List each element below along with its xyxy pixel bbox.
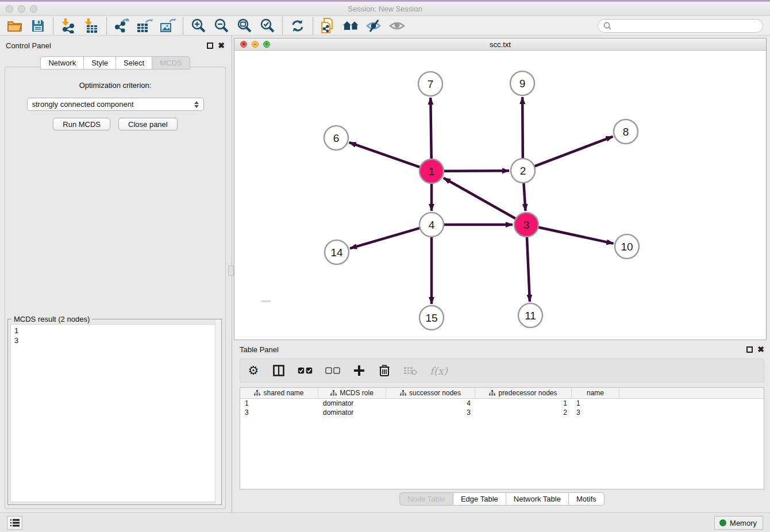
table-cell[interactable]: 1	[572, 399, 619, 408]
table-cell[interactable]: dominator	[318, 399, 386, 408]
table-row[interactable]: 1dominator411	[240, 399, 764, 408]
float-table-panel-icon[interactable]	[746, 346, 753, 353]
app-titlebar: Session: New Session	[0, 2, 770, 16]
close-panel-button[interactable]: Close panel	[118, 118, 178, 130]
table-cell[interactable]: 2	[475, 408, 572, 417]
mcds-result-title: MCDS result (2 nodes)	[11, 315, 92, 323]
control-panel-title: Control Panel	[6, 37, 207, 50]
zoom-fit-icon[interactable]	[233, 17, 256, 35]
graph-node-label: 10	[621, 241, 633, 253]
edge-1-2[interactable]	[444, 171, 509, 171]
table-cell[interactable]: 4	[386, 399, 475, 408]
delete-table-icon[interactable]	[403, 363, 417, 378]
import-network-icon[interactable]	[57, 17, 80, 35]
memory-label: Memory	[730, 519, 757, 527]
graph-node-label: 14	[330, 246, 343, 259]
import-table-icon[interactable]	[80, 17, 103, 35]
splitter-grip[interactable]	[228, 265, 234, 276]
mcds-result-text[interactable]: 1 3	[10, 324, 219, 502]
column-header-name[interactable]: name	[572, 388, 619, 398]
node-table-header: shared nameMCDS rolesuccessor nodesprede…	[240, 388, 764, 399]
table-cell[interactable]: 1	[240, 399, 318, 408]
table-cell[interactable]: 3	[240, 408, 318, 417]
memory-button[interactable]: Memory	[714, 516, 763, 530]
tab-edge-table[interactable]: Edge Table	[453, 492, 506, 506]
network-window-titlebar[interactable]: ✕ − + scc.txt	[234, 38, 766, 51]
search-input[interactable]	[615, 21, 763, 31]
home-views-icon[interactable]	[340, 17, 363, 35]
table-cell[interactable]: 1	[475, 399, 572, 408]
edge-3-11[interactable]	[527, 237, 530, 302]
add-column-icon[interactable]	[353, 363, 365, 378]
list-icon	[10, 519, 20, 527]
export-image-icon[interactable]	[156, 17, 179, 35]
save-session-icon[interactable]	[26, 17, 49, 35]
toolbar-separator	[183, 17, 183, 34]
tab-network[interactable]: Network	[40, 56, 83, 70]
tab-network-table[interactable]: Network Table	[506, 492, 568, 506]
node-table-body: 1dominator4113dominator323	[240, 399, 764, 417]
float-panel-icon[interactable]	[207, 43, 213, 49]
edge-2-8[interactable]	[534, 137, 613, 167]
tab-node-table[interactable]: Node Table	[399, 492, 453, 506]
edge-3-10[interactable]	[538, 227, 614, 243]
table-cell[interactable]: dominator	[318, 408, 386, 417]
search-field[interactable]	[598, 19, 763, 33]
graph-node-label: 15	[425, 312, 437, 324]
tab-select[interactable]: Select	[116, 56, 152, 70]
horizontal-splitter-grip[interactable]	[261, 300, 271, 302]
column-header-successor-nodes[interactable]: successor nodes	[386, 388, 475, 398]
task-history-button[interactable]	[7, 516, 22, 530]
table-toolbar: ⚙ f(x)	[240, 358, 764, 383]
zoom-in-icon[interactable]	[187, 17, 210, 35]
toolbar-separator	[313, 17, 313, 34]
export-table-icon[interactable]	[133, 17, 156, 35]
delete-column-trash-icon[interactable]	[378, 363, 391, 378]
edge-1-7[interactable]	[430, 98, 431, 159]
show-all-eye-icon[interactable]	[386, 17, 409, 35]
edge-2-3[interactable]	[523, 183, 525, 211]
zoom-selected-icon[interactable]	[256, 17, 279, 35]
settings-gear-icon[interactable]: ⚙	[247, 363, 260, 378]
node-table[interactable]: shared nameMCDS rolesuccessor nodesprede…	[240, 387, 764, 489]
network-document-icon[interactable]	[317, 17, 340, 35]
table-panel-tabs: Node Table Edge Table Network Table Moti…	[234, 492, 770, 506]
search-icon	[603, 22, 611, 30]
close-panel-icon[interactable]: ✖	[218, 43, 225, 49]
run-mcds-button[interactable]: Run MCDS	[53, 118, 110, 130]
result-scrollbar[interactable]	[215, 319, 221, 504]
close-table-panel-icon[interactable]: ✖	[757, 346, 764, 353]
network-canvas[interactable]: 7968124314101511	[234, 51, 766, 340]
network-graph[interactable]: 7968124314101511	[234, 51, 766, 340]
edge-3-1[interactable]	[444, 178, 516, 219]
criterion-select[interactable]: strongly connected component	[27, 98, 204, 111]
edge-1-6[interactable]	[349, 142, 421, 167]
select-all-checkboxes-icon[interactable]	[298, 363, 313, 378]
column-header-label: successor nodes	[409, 389, 461, 397]
refresh-icon[interactable]	[286, 17, 309, 35]
column-header-shared-name[interactable]: shared name	[240, 388, 318, 398]
control-panel-tabs: Network Style Select MCDS	[0, 56, 230, 70]
export-network-icon[interactable]	[110, 17, 133, 35]
zoom-out-icon[interactable]	[210, 17, 233, 35]
open-folder-icon[interactable]	[3, 17, 26, 35]
table-row[interactable]: 3dominator323	[240, 408, 764, 417]
column-header-predecessor-nodes[interactable]: predecessor nodes	[475, 388, 572, 398]
tab-mcds[interactable]: MCDS	[152, 56, 190, 70]
table-cell[interactable]: 3	[386, 408, 475, 417]
deselect-all-checkboxes-icon[interactable]	[325, 363, 340, 378]
graph-node-label: 9	[519, 78, 526, 90]
edge-2-9[interactable]	[522, 97, 523, 159]
edge-4-14[interactable]	[350, 228, 420, 248]
graph-node-label: 6	[333, 132, 340, 144]
column-header-MCDS-role[interactable]: MCDS role	[318, 388, 386, 398]
window-title: Session: New Session	[0, 5, 770, 13]
split-columns-icon[interactable]	[272, 363, 285, 378]
table-cell[interactable]: 3	[572, 408, 619, 417]
hide-selected-eye-icon[interactable]	[363, 17, 386, 35]
function-builder-icon[interactable]: f(x)	[430, 363, 448, 378]
tab-style[interactable]: Style	[83, 56, 116, 70]
graph-node-label: 3	[523, 219, 530, 231]
toolbar-separator	[53, 17, 53, 34]
tab-motifs[interactable]: Motifs	[568, 492, 605, 506]
